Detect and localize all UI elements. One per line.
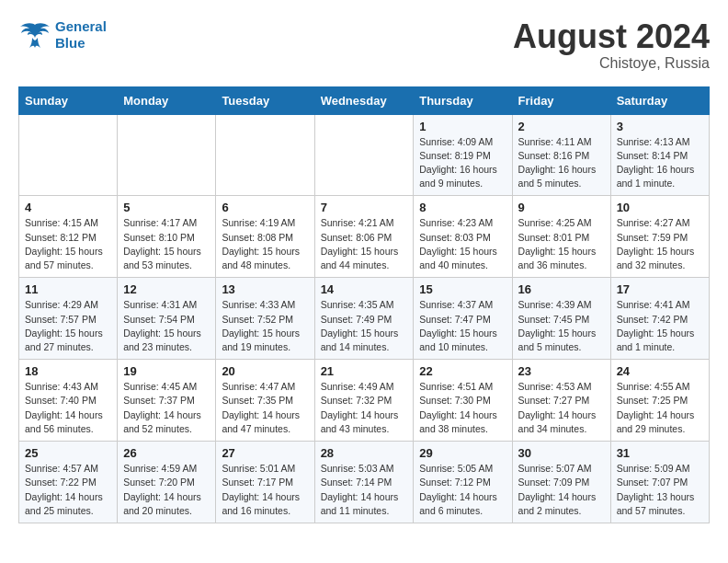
cell-info: Sunrise: 4:33 AMSunset: 7:52 PMDaylight:…: [222, 298, 308, 354]
calendar-cell: 5Sunrise: 4:17 AMSunset: 8:10 PMDaylight…: [118, 196, 216, 278]
calendar-cell: 22Sunrise: 4:51 AMSunset: 7:30 PMDayligh…: [414, 360, 512, 442]
calendar-cell: [216, 114, 314, 196]
day-number: 10: [617, 201, 703, 214]
cell-info: Sunrise: 5:01 AMSunset: 7:17 PMDaylight:…: [222, 462, 308, 518]
calendar-cell: 10Sunrise: 4:27 AMSunset: 7:59 PMDayligh…: [610, 196, 709, 278]
cell-info: Sunrise: 4:21 AMSunset: 8:06 PMDaylight:…: [321, 216, 408, 272]
cell-info: Sunrise: 4:13 AMSunset: 8:14 PMDaylight:…: [617, 135, 703, 191]
weekday-header-tuesday: Tuesday: [216, 86, 314, 114]
calendar-cell: 16Sunrise: 4:39 AMSunset: 7:45 PMDayligh…: [512, 278, 610, 360]
calendar-week-row: 4Sunrise: 4:15 AMSunset: 8:12 PMDaylight…: [19, 196, 710, 278]
day-number: 22: [419, 364, 506, 378]
day-number: 20: [222, 364, 308, 378]
calendar-cell: 17Sunrise: 4:41 AMSunset: 7:42 PMDayligh…: [610, 278, 709, 360]
cell-info: Sunrise: 4:55 AMSunset: 7:25 PMDaylight:…: [617, 380, 703, 436]
calendar-cell: 23Sunrise: 4:53 AMSunset: 7:27 PMDayligh…: [512, 360, 610, 442]
day-number: 31: [617, 446, 703, 460]
day-number: 13: [222, 282, 308, 296]
day-number: 5: [123, 201, 210, 214]
cell-info: Sunrise: 4:59 AMSunset: 7:20 PMDaylight:…: [123, 462, 210, 518]
cell-info: Sunrise: 4:17 AMSunset: 8:10 PMDaylight:…: [123, 216, 210, 272]
cell-info: Sunrise: 4:29 AMSunset: 7:57 PMDaylight:…: [25, 298, 111, 354]
calendar-cell: 21Sunrise: 4:49 AMSunset: 7:32 PMDayligh…: [314, 360, 414, 442]
cell-info: Sunrise: 4:57 AMSunset: 7:22 PMDaylight:…: [25, 462, 111, 518]
calendar-cell: [118, 114, 216, 196]
cell-info: Sunrise: 4:39 AMSunset: 7:45 PMDaylight:…: [518, 298, 605, 354]
day-number: 9: [518, 201, 605, 214]
calendar-cell: 15Sunrise: 4:37 AMSunset: 7:47 PMDayligh…: [414, 278, 512, 360]
calendar-cell: 26Sunrise: 4:59 AMSunset: 7:20 PMDayligh…: [118, 442, 216, 523]
day-number: 23: [518, 364, 605, 378]
calendar-cell: 14Sunrise: 4:35 AMSunset: 7:49 PMDayligh…: [314, 278, 414, 360]
location-subtitle: Chistoye, Russia: [513, 55, 710, 72]
calendar-week-row: 25Sunrise: 4:57 AMSunset: 7:22 PMDayligh…: [19, 442, 710, 523]
day-number: 7: [321, 201, 408, 214]
day-number: 21: [321, 364, 408, 378]
calendar-cell: [19, 114, 118, 196]
calendar-cell: 3Sunrise: 4:13 AMSunset: 8:14 PMDaylight…: [610, 114, 709, 196]
cell-info: Sunrise: 4:35 AMSunset: 7:49 PMDaylight:…: [321, 298, 408, 354]
calendar-cell: 27Sunrise: 5:01 AMSunset: 7:17 PMDayligh…: [216, 442, 314, 523]
cell-info: Sunrise: 5:07 AMSunset: 7:09 PMDaylight:…: [518, 462, 605, 518]
day-number: 1: [419, 120, 506, 133]
logo-icon: [18, 21, 51, 49]
calendar-week-row: 11Sunrise: 4:29 AMSunset: 7:57 PMDayligh…: [19, 278, 710, 360]
cell-info: Sunrise: 4:45 AMSunset: 7:37 PMDaylight:…: [123, 380, 210, 436]
calendar-cell: 31Sunrise: 5:09 AMSunset: 7:07 PMDayligh…: [610, 442, 709, 523]
calendar-cell: 25Sunrise: 4:57 AMSunset: 7:22 PMDayligh…: [19, 442, 118, 523]
cell-info: Sunrise: 4:27 AMSunset: 7:59 PMDaylight:…: [617, 216, 703, 272]
logo: General Blue: [18, 18, 107, 52]
day-number: 2: [518, 120, 605, 133]
day-number: 11: [25, 282, 111, 296]
cell-info: Sunrise: 4:37 AMSunset: 7:47 PMDaylight:…: [419, 298, 506, 354]
calendar-cell: 18Sunrise: 4:43 AMSunset: 7:40 PMDayligh…: [19, 360, 118, 442]
calendar-cell: 9Sunrise: 4:25 AMSunset: 8:01 PMDaylight…: [512, 196, 610, 278]
calendar-cell: 7Sunrise: 4:21 AMSunset: 8:06 PMDaylight…: [314, 196, 414, 278]
day-number: 6: [222, 201, 308, 214]
calendar-cell: 12Sunrise: 4:31 AMSunset: 7:54 PMDayligh…: [118, 278, 216, 360]
weekday-header-row: SundayMondayTuesdayWednesdayThursdayFrid…: [19, 86, 710, 114]
cell-info: Sunrise: 4:31 AMSunset: 7:54 PMDaylight:…: [123, 298, 210, 354]
calendar-week-row: 1Sunrise: 4:09 AMSunset: 8:19 PMDaylight…: [19, 114, 710, 196]
cell-info: Sunrise: 4:51 AMSunset: 7:30 PMDaylight:…: [419, 380, 506, 436]
cell-info: Sunrise: 4:53 AMSunset: 7:27 PMDaylight:…: [518, 380, 605, 436]
cell-info: Sunrise: 4:15 AMSunset: 8:12 PMDaylight:…: [25, 216, 111, 272]
cell-info: Sunrise: 4:11 AMSunset: 8:16 PMDaylight:…: [518, 135, 605, 191]
day-number: 18: [25, 364, 111, 378]
page-header: General Blue August 2024 Chistoye, Russi…: [18, 18, 710, 72]
calendar-cell: 30Sunrise: 5:07 AMSunset: 7:09 PMDayligh…: [512, 442, 610, 523]
day-number: 28: [321, 446, 408, 460]
logo-text-general: General: [55, 18, 107, 35]
day-number: 25: [25, 446, 111, 460]
calendar-body: 1Sunrise: 4:09 AMSunset: 8:19 PMDaylight…: [19, 114, 710, 523]
cell-info: Sunrise: 5:09 AMSunset: 7:07 PMDaylight:…: [617, 462, 703, 518]
day-number: 15: [419, 282, 506, 296]
cell-info: Sunrise: 5:03 AMSunset: 7:14 PMDaylight:…: [321, 462, 408, 518]
calendar-cell: 28Sunrise: 5:03 AMSunset: 7:14 PMDayligh…: [314, 442, 414, 523]
day-number: 19: [123, 364, 210, 378]
weekday-header-thursday: Thursday: [414, 86, 512, 114]
calendar-cell: 20Sunrise: 4:47 AMSunset: 7:35 PMDayligh…: [216, 360, 314, 442]
calendar-table: SundayMondayTuesdayWednesdayThursdayFrid…: [18, 86, 710, 523]
title-block: August 2024 Chistoye, Russia: [513, 18, 710, 72]
calendar-cell: [314, 114, 414, 196]
calendar-cell: 19Sunrise: 4:45 AMSunset: 7:37 PMDayligh…: [118, 360, 216, 442]
day-number: 4: [25, 201, 111, 214]
weekday-header-saturday: Saturday: [610, 86, 709, 114]
day-number: 3: [617, 120, 703, 133]
day-number: 16: [518, 282, 605, 296]
weekday-header-sunday: Sunday: [19, 86, 118, 114]
weekday-header-monday: Monday: [118, 86, 216, 114]
calendar-cell: 24Sunrise: 4:55 AMSunset: 7:25 PMDayligh…: [610, 360, 709, 442]
calendar-cell: 11Sunrise: 4:29 AMSunset: 7:57 PMDayligh…: [19, 278, 118, 360]
day-number: 24: [617, 364, 703, 378]
day-number: 30: [518, 446, 605, 460]
day-number: 8: [419, 201, 506, 214]
calendar-cell: 6Sunrise: 4:19 AMSunset: 8:08 PMDaylight…: [216, 196, 314, 278]
cell-info: Sunrise: 5:05 AMSunset: 7:12 PMDaylight:…: [419, 462, 506, 518]
weekday-header-friday: Friday: [512, 86, 610, 114]
logo-text-blue: Blue: [55, 35, 107, 52]
calendar-cell: 29Sunrise: 5:05 AMSunset: 7:12 PMDayligh…: [414, 442, 512, 523]
day-number: 14: [321, 282, 408, 296]
cell-info: Sunrise: 4:23 AMSunset: 8:03 PMDaylight:…: [419, 216, 506, 272]
